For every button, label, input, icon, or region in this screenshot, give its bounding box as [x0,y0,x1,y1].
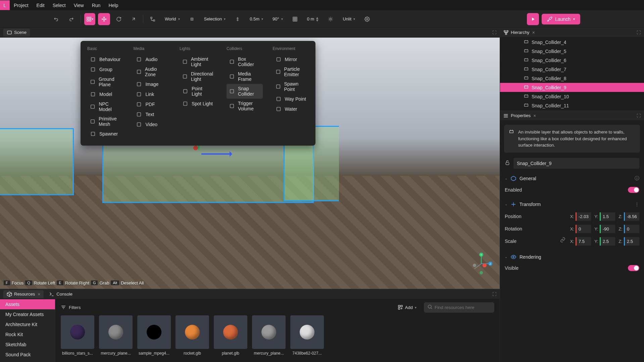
add-item-audio[interactable]: Audio [133,54,169,64]
add-item-spot-light[interactable]: Spot Light [180,99,216,109]
add-item-directional-light[interactable]: Directional Light [180,69,216,84]
menu-project[interactable]: Project [10,1,33,10]
add-item-media-frame[interactable]: Media Frame [227,69,262,84]
orientation-gizmo[interactable]: Y Z [469,252,493,275]
hierarchy-item[interactable]: Snap_Collider_5 [500,47,644,56]
search-input[interactable] [424,302,494,313]
add-item-image[interactable]: Image [133,79,169,89]
pivot-dropdown[interactable]: Selection▾ [201,14,229,23]
add-element-button[interactable]: ▾ [84,13,95,25]
add-item-behaviour[interactable]: Behaviour [87,54,123,64]
info-icon[interactable]: ⓘ [635,175,639,182]
hierarchy-item[interactable]: Snap_Collider_4 [500,38,644,47]
grid-snap-field[interactable]: 0 m▴▾ [304,14,322,24]
rotation-x-input[interactable] [576,225,591,233]
hierarchy-item[interactable]: Snap_Collider_10 [500,92,644,101]
sidebar-item-assets[interactable]: Assets [0,299,55,309]
pivot-button[interactable] [186,13,198,25]
sidebar-item-sound-pack[interactable]: Sound Pack [0,350,55,360]
rotation-z-input[interactable] [624,225,639,233]
section-general[interactable]: ⌄ General ⓘ [500,172,644,185]
menu-edit[interactable]: Edit [33,1,49,10]
scale-x-input[interactable] [576,237,591,246]
hierarchy-item[interactable]: Snap_Collider_9 [500,83,644,92]
maximize-icon[interactable]: ⛶ [637,30,641,35]
close-icon[interactable]: × [532,30,535,35]
add-item-model[interactable]: Model [87,89,123,99]
viewport[interactable]: BasicBehaviourGroupGround PlaneModelNPC … [0,38,500,289]
snap-move-dropdown[interactable]: 0.5m▾ [246,14,266,23]
add-resource-button[interactable]: Add▾ [394,303,420,312]
maximize-icon[interactable]: ⛶ [492,30,496,35]
position-x-input[interactable] [576,212,591,221]
hierarchy-item[interactable]: Snap_Collider_12 [500,110,644,110]
snap-move-icon[interactable] [232,13,244,25]
launch-button[interactable]: Launch▾ [542,14,580,24]
add-item-way-point[interactable]: Way Point [273,94,309,104]
shading-dropdown[interactable]: Unlit▾ [339,14,358,23]
add-item-spawn-point[interactable]: Spawn Point [273,79,309,94]
scale-tool-button[interactable] [128,13,140,25]
add-item-snap-collider[interactable]: Snap Collider [227,84,262,99]
resource-card[interactable]: mercury_plane... [252,315,286,356]
resource-card[interactable]: billions_stars_s... [61,315,94,356]
undo-button[interactable] [50,13,62,25]
add-item-point-light[interactable]: Point Light [180,84,216,99]
add-item-video[interactable]: Video [133,119,169,130]
hierarchy-item[interactable]: Snap_Collider_11 [500,101,644,110]
add-item-mirror[interactable]: Mirror [273,54,309,64]
position-y-input[interactable] [600,212,615,221]
sidebar-item-sketchfab[interactable]: Sketchfab [0,340,55,350]
section-rendering[interactable]: ⌄ Rendering [500,251,644,263]
resource-card[interactable]: sample_mpeg4... [137,315,171,356]
snap-rotate-dropdown[interactable]: 90°▾ [269,14,286,23]
visible-toggle[interactable] [628,265,639,271]
add-item-box-collider[interactable]: Box Collider [227,54,262,69]
settings-button[interactable] [361,13,373,25]
resource-card[interactable]: mercury_plane... [99,315,133,356]
add-item-group[interactable]: Group [87,64,123,74]
menu-view[interactable]: View [70,1,88,10]
move-tool-button[interactable] [98,13,110,25]
close-icon[interactable]: × [533,113,536,118]
add-item-text[interactable]: Text [133,109,169,119]
hierarchy-item[interactable]: Snap_Collider_7 [500,65,644,74]
redo-button[interactable] [65,13,77,25]
coord-space-dropdown[interactable]: World▾ [161,14,183,23]
add-item-npc-model[interactable]: NPC Model [87,99,123,114]
resource-card[interactable]: planet.glb [214,315,247,356]
add-item-pdf[interactable]: PDF [133,99,169,109]
grid-icon[interactable] [289,13,301,25]
section-transform[interactable]: ⌄ Transform ⋮ [500,198,644,210]
hierarchy-tool-button[interactable] [147,13,159,25]
add-item-spawner[interactable]: Spawner [87,129,123,139]
link-icon[interactable] [560,237,565,246]
hierarchy-item[interactable]: Snap_Collider_6 [500,56,644,65]
add-item-ground-plane[interactable]: Ground Plane [87,74,123,89]
add-item-water[interactable]: Water [273,104,309,114]
hierarchy-item[interactable]: Snap_Collider_8 [500,74,644,83]
sidebar-item-rock-kit[interactable]: Rock Kit [0,329,55,340]
scene-tab[interactable]: Scene [3,29,30,37]
console-tab[interactable]: Console [46,290,76,298]
maximize-icon[interactable]: ⛶ [492,292,496,297]
menu-run[interactable]: Run [88,1,105,10]
scale-y-input[interactable] [600,237,615,246]
add-item-primitive-mesh[interactable]: Primitive Mesh [87,114,123,129]
maximize-icon[interactable]: ⛶ [637,113,641,118]
menu-select[interactable]: Select [49,1,70,10]
menu-help[interactable]: Help [104,1,122,10]
scale-z-input[interactable] [624,237,639,246]
rotation-y-input[interactable] [600,225,615,233]
sidebar-item-architecture-kit[interactable]: Architecture Kit [0,319,55,329]
resource-card[interactable]: 7438be62-027... [290,315,324,356]
more-icon[interactable]: ⋮ [635,202,639,207]
enabled-toggle[interactable] [628,187,639,193]
add-item-link[interactable]: Link [133,89,169,99]
position-z-input[interactable] [624,212,639,221]
close-icon[interactable]: × [38,292,40,297]
filters-button[interactable]: Filters [61,305,81,310]
add-item-trigger-volume[interactable]: Trigger Volume [227,99,262,113]
play-button[interactable] [527,13,539,25]
add-item-audio-zone[interactable]: Audio Zone [133,64,169,79]
